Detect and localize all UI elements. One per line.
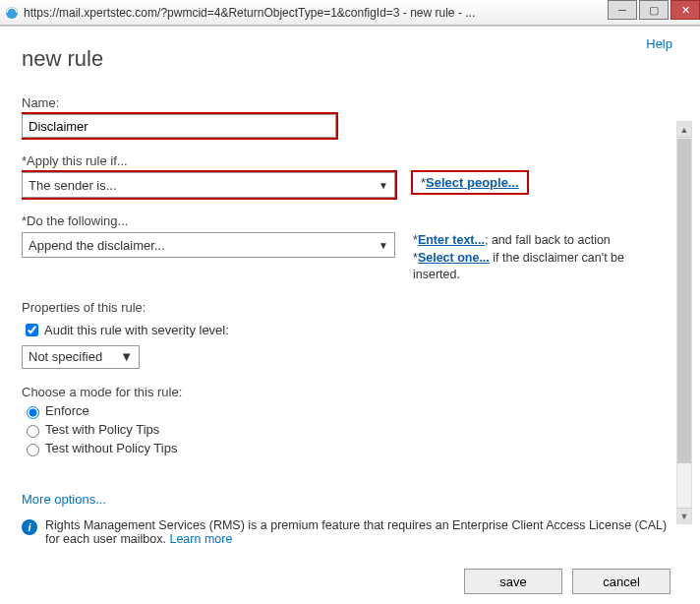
apply-if-dropdown[interactable]: The sender is... ▼	[22, 172, 395, 198]
chevron-down-icon: ▼	[379, 240, 388, 251]
chevron-down-icon: ▼	[120, 349, 133, 364]
mode-test-tips-radio[interactable]: Test with Policy Tips	[22, 422, 671, 438]
window-titlebar: https://mail.xpertstec.com/?pwmcid=4&Ret…	[0, 0, 700, 26]
select-people-link[interactable]: Select people...	[426, 175, 519, 190]
learn-more-link[interactable]: Learn more	[169, 532, 232, 546]
chevron-down-icon: ▼	[379, 180, 388, 191]
severity-selected: Not specified	[29, 349, 102, 364]
select-one-link[interactable]: Select one...	[418, 251, 490, 265]
properties-label: Properties of this rule:	[22, 300, 671, 315]
help-link[interactable]: Help	[646, 36, 672, 51]
info-icon: i	[22, 519, 37, 535]
severity-dropdown[interactable]: Not specified ▼	[22, 345, 140, 369]
do-following-selected: Append the disclaimer...	[29, 238, 165, 253]
apply-if-label: *Apply this rule if...	[22, 153, 671, 168]
apply-if-selected: The sender is...	[29, 178, 117, 193]
ie-favicon	[4, 5, 20, 21]
mode-label: Choose a mode for this rule:	[22, 385, 671, 399]
page-title: new rule	[22, 46, 678, 72]
window-close-button[interactable]: ✕	[671, 0, 700, 20]
window-maximize-button[interactable]: ▢	[639, 0, 669, 20]
svg-point-0	[6, 7, 18, 19]
enter-text-link[interactable]: Enter text...	[418, 233, 485, 247]
window-title: https://mail.xpertstec.com/?pwmcid=4&Ret…	[24, 6, 606, 20]
mode-enforce-radio[interactable]: Enforce	[22, 403, 671, 419]
cancel-button[interactable]: cancel	[572, 569, 671, 594]
scroll-up-button[interactable]: ▲	[677, 122, 691, 138]
popup-body: Help new rule Name: *Apply this rule if.…	[0, 26, 700, 604]
do-following-dropdown[interactable]: Append the disclaimer... ▼	[22, 232, 395, 258]
rule-name-input[interactable]	[22, 114, 336, 138]
window-minimize-button[interactable]: ─	[608, 0, 637, 20]
audit-label: Audit this rule with severity level:	[44, 323, 229, 337]
rms-info-text: Rights Management Services (RMS) is a pr…	[45, 518, 671, 546]
scroll-thumb[interactable]	[677, 139, 691, 463]
vertical-scrollbar[interactable]: ▲ ▼	[676, 121, 692, 524]
mode-test-notips-radio[interactable]: Test without Policy Tips	[22, 441, 671, 456]
more-options-link[interactable]: More options...	[22, 492, 106, 507]
do-following-label: *Do the following...	[22, 213, 671, 228]
do-following-side-text: *Enter text...; and fall back to action …	[413, 232, 629, 284]
name-label: Name:	[22, 95, 671, 110]
save-button[interactable]: save	[464, 569, 562, 594]
audit-checkbox[interactable]	[26, 324, 38, 336]
scroll-down-button[interactable]: ▼	[677, 508, 691, 523]
